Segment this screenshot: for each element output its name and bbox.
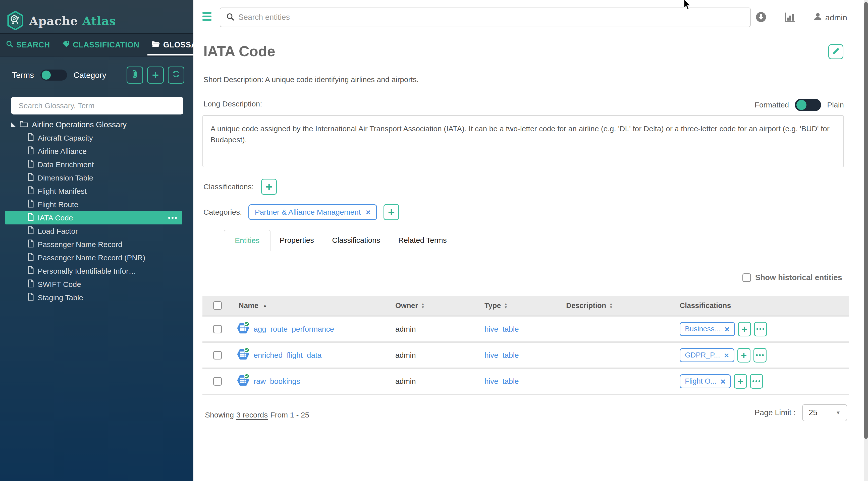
column-label: Name bbox=[239, 301, 258, 310]
tree-term-label: SWIFT Code bbox=[38, 280, 81, 289]
remove-classification-icon[interactable]: × bbox=[724, 351, 729, 359]
app-logo[interactable]: Apache Atlas bbox=[7, 11, 116, 31]
tree-term-item[interactable]: Data Enrichment bbox=[0, 158, 193, 171]
entity-name-link[interactable]: enriched_flight_data bbox=[254, 351, 321, 359]
glossary-search-input[interactable] bbox=[11, 97, 183, 115]
classification-tag[interactable]: GDPR_P... × bbox=[680, 348, 734, 362]
entities-table-header: Name ▲ Owner ▲▼ Type ▲▼ Description ▲▼ C… bbox=[203, 296, 849, 315]
column-header-name[interactable]: Name ▲ bbox=[225, 301, 386, 310]
topbar-actions: admin bbox=[755, 0, 847, 35]
add-category-button[interactable]: + bbox=[383, 204, 399, 220]
select-all-checkbox[interactable] bbox=[213, 301, 222, 310]
tree-term-label: Dimension Table bbox=[38, 174, 93, 182]
row-options-button[interactable] bbox=[753, 348, 767, 362]
glossary-tree: Airline Operations Glossary bbox=[0, 118, 193, 131]
tree-term-item[interactable]: Dimension Table bbox=[0, 171, 193, 185]
refresh-button[interactable] bbox=[168, 67, 184, 84]
tree-term-item-selected[interactable]: IATA Code bbox=[0, 211, 193, 224]
page-limit-control: Page Limit : 25 ▼ bbox=[754, 404, 847, 421]
search-icon bbox=[6, 40, 13, 50]
records-count-link[interactable]: 3 records bbox=[236, 411, 268, 420]
format-toggle-row: Formatted Plain bbox=[755, 99, 844, 111]
entity-name-link[interactable]: raw_bookings bbox=[254, 377, 300, 386]
tree-term-item[interactable]: Aircraft Capacity bbox=[0, 131, 193, 145]
owner-cell: admin bbox=[386, 325, 475, 333]
tree-term-item[interactable]: Flight Route bbox=[0, 198, 193, 211]
term-options-kebab-icon[interactable] bbox=[168, 217, 177, 219]
user-menu[interactable]: admin bbox=[813, 12, 847, 23]
tree-term-item[interactable]: Passenger Name Record bbox=[0, 238, 193, 251]
tab-entities[interactable]: Entities bbox=[224, 230, 271, 251]
tree-term-item[interactable]: Airline Alliance bbox=[0, 145, 193, 158]
menu-icon[interactable] bbox=[203, 12, 212, 21]
add-classification-button[interactable]: + bbox=[738, 322, 751, 336]
folder-icon bbox=[20, 120, 28, 129]
long-description-box[interactable]: A unique code assigned by the Internatio… bbox=[203, 115, 844, 167]
file-icon bbox=[28, 186, 34, 196]
remove-classification-icon[interactable]: × bbox=[724, 325, 730, 333]
tree-term-label: Airline Alliance bbox=[38, 147, 87, 156]
row-options-button[interactable] bbox=[754, 322, 767, 336]
tree-term-item[interactable]: Passenger Name Record (PNR) bbox=[0, 251, 193, 264]
column-label: Description bbox=[566, 301, 606, 310]
show-historical-checkbox[interactable] bbox=[742, 274, 751, 282]
formatted-plain-toggle[interactable] bbox=[795, 99, 821, 111]
entity-type-link[interactable]: hive_table bbox=[485, 377, 519, 385]
file-icon bbox=[28, 239, 34, 249]
tree-term-label: Passenger Name Record bbox=[38, 240, 122, 249]
edit-term-button[interactable] bbox=[828, 44, 843, 59]
row-options-button[interactable] bbox=[750, 374, 763, 389]
category-tag[interactable]: Partner & Alliance Management × bbox=[248, 204, 377, 220]
pencil-icon bbox=[832, 47, 840, 56]
row-checkbox[interactable] bbox=[213, 325, 222, 333]
tree-term-item[interactable]: SWIFT Code bbox=[0, 278, 193, 291]
classification-tag[interactable]: Business... × bbox=[680, 322, 735, 336]
add-classification-button[interactable]: + bbox=[737, 348, 750, 362]
column-header-type[interactable]: Type ▲▼ bbox=[475, 301, 557, 310]
attach-button[interactable] bbox=[127, 67, 143, 84]
classification-tag-label: Flight O... bbox=[685, 377, 717, 385]
entity-search-input[interactable] bbox=[238, 13, 744, 22]
download-icon[interactable] bbox=[755, 11, 767, 24]
entity-search-box[interactable] bbox=[220, 7, 751, 27]
terms-category-toggle[interactable] bbox=[40, 69, 67, 81]
nav-tab-search[interactable]: SEARCH bbox=[6, 40, 50, 50]
column-header-owner[interactable]: Owner ▲▼ bbox=[386, 301, 475, 310]
create-glossary-button[interactable]: + bbox=[147, 67, 164, 84]
classification-tag[interactable]: Flight O... × bbox=[680, 374, 731, 388]
remove-classification-icon[interactable]: × bbox=[720, 377, 725, 386]
tab-classifications[interactable]: Classifications bbox=[323, 230, 389, 251]
tree-term-item[interactable]: Staging Table bbox=[0, 291, 193, 304]
add-classification-button[interactable]: + bbox=[734, 374, 747, 389]
row-checkbox[interactable] bbox=[213, 377, 222, 386]
entity-type-link[interactable]: hive_table bbox=[485, 325, 519, 333]
caret-expanded-icon[interactable] bbox=[11, 122, 16, 127]
long-description-text: A unique code assigned by the Internatio… bbox=[211, 125, 830, 144]
sidebar-divider bbox=[11, 89, 185, 89]
page-limit-select[interactable]: 25 ▼ bbox=[802, 404, 847, 421]
entity-name-link[interactable]: agg_route_performance bbox=[254, 325, 334, 333]
tree-term-item[interactable]: Load Factor bbox=[0, 224, 193, 238]
add-classification-button[interactable]: + bbox=[261, 179, 277, 195]
remove-category-icon[interactable]: × bbox=[366, 208, 371, 216]
entity-type-link[interactable]: hive_table bbox=[485, 351, 519, 359]
terms-category-row: Terms Category + bbox=[12, 66, 184, 84]
hive-table-entity-icon bbox=[237, 374, 249, 389]
stats-chart-icon[interactable] bbox=[785, 12, 795, 23]
show-historical-entities: Show historical entities bbox=[742, 273, 842, 282]
column-header-description[interactable]: Description ▲▼ bbox=[557, 301, 670, 310]
file-icon bbox=[28, 253, 34, 263]
file-icon bbox=[28, 213, 34, 223]
vertical-scrollbar[interactable] bbox=[864, 0, 868, 481]
nav-tab-classification[interactable]: CLASSIFICATION bbox=[62, 40, 140, 50]
tree-term-item[interactable]: Personally Identifiable Infor… bbox=[0, 264, 193, 278]
tab-related-terms[interactable]: Related Terms bbox=[389, 230, 456, 251]
tree-term-item[interactable]: Flight Manifest bbox=[0, 185, 193, 198]
tab-classifications-label: Classifications bbox=[332, 236, 380, 245]
topbar: admin bbox=[193, 0, 868, 35]
row-checkbox[interactable] bbox=[213, 351, 222, 359]
ellipsis-icon bbox=[756, 328, 764, 330]
tab-properties[interactable]: Properties bbox=[271, 230, 323, 251]
tree-node-glossary-root[interactable]: Airline Operations Glossary bbox=[0, 118, 193, 131]
scrollbar-thumb[interactable] bbox=[864, 2, 868, 439]
